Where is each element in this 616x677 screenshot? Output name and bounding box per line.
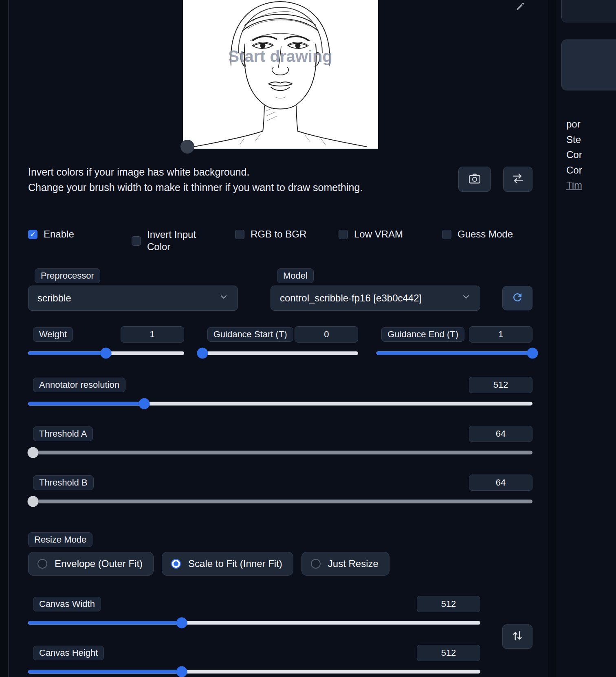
slider-handle[interactable] xyxy=(197,348,208,359)
radio-just-resize[interactable]: Just Resize xyxy=(301,552,389,576)
weight-slider[interactable] xyxy=(28,347,184,359)
guess-mode-checkbox[interactable]: Guess Mode xyxy=(442,229,546,240)
info-line-1: Invert colors if your image has white ba… xyxy=(28,164,363,180)
sidebar-thumbnail-block xyxy=(561,40,616,90)
threshold-b-label: Threshold B xyxy=(33,475,94,490)
resize-mode-group: Resize Mode Envelope (Outer Fit) Scale t… xyxy=(28,532,532,576)
checkbox-box xyxy=(339,230,348,239)
column-gap xyxy=(548,0,556,677)
left-gutter xyxy=(0,0,8,677)
options-checkbox-row: Enable Invert Input Color RGB to BGR Low xyxy=(28,229,532,253)
refresh-icon xyxy=(511,291,524,305)
refresh-models-button[interactable] xyxy=(502,286,532,310)
threshold-a-label: Threshold A xyxy=(33,426,93,441)
enable-checkbox[interactable]: Enable xyxy=(28,229,132,240)
canvas-width-slider[interactable] xyxy=(28,617,480,629)
checkbox-box xyxy=(132,236,141,246)
low-vram-label: Low VRAM xyxy=(354,229,403,240)
resize-mode-options: Envelope (Outer Fit) Scale to Fit (Inner… xyxy=(28,552,532,576)
canvas-height-slider[interactable] xyxy=(28,666,480,677)
sidebar-generation-info: por Ste Cor Cor Tim xyxy=(566,116,616,193)
annotator-resolution-slider[interactable] xyxy=(28,398,532,409)
guess-mode-label: Guess Mode xyxy=(458,229,513,240)
guidance-end-label: Guidance End (T) xyxy=(381,327,464,342)
slider-handle[interactable] xyxy=(28,447,39,458)
guidance-end-input[interactable]: 1 xyxy=(469,326,532,343)
canvas-width-group: Canvas Width 512 xyxy=(28,596,480,629)
edit-pencil-icon[interactable] xyxy=(515,2,525,11)
canvas-height-input[interactable]: 512 xyxy=(417,645,480,661)
slider-handle[interactable] xyxy=(139,398,150,409)
rgb-to-bgr-label: RGB to BGR xyxy=(251,229,306,240)
guidance-end-slider[interactable] xyxy=(376,347,532,359)
preprocessor-value: scribble xyxy=(37,292,71,304)
swap-dimensions-button[interactable] xyxy=(502,624,532,649)
rgb-to-bgr-checkbox[interactable]: RGB to BGR xyxy=(235,229,339,240)
swap-horizontal-icon xyxy=(511,171,525,187)
right-sidebar: por Ste Cor Cor Tim xyxy=(556,0,616,677)
invert-input-color-label: Invert Input Color xyxy=(147,229,204,253)
radio-scale-to-fit-inner-fit[interactable]: Scale to Fit (Inner Fit) xyxy=(162,552,293,576)
webcam-button[interactable] xyxy=(458,167,491,192)
radio-envelope-outer-fit[interactable]: Envelope (Outer Fit) xyxy=(28,552,154,576)
canvas-width-input[interactable]: 512 xyxy=(417,596,480,612)
chevron-down-icon xyxy=(461,292,471,304)
low-vram-checkbox[interactable]: Low VRAM xyxy=(339,229,442,240)
invert-input-color-checkbox[interactable]: Invert Input Color xyxy=(132,229,235,253)
radio-label: Just Resize xyxy=(328,558,378,569)
threshold-b-group: Threshold B 64 xyxy=(28,475,532,507)
slider-handle[interactable] xyxy=(527,348,538,359)
threshold-a-input[interactable]: 64 xyxy=(469,426,532,442)
slider-handle[interactable] xyxy=(28,496,39,507)
dropdown-row: Preprocessor scribble Model control_scri… xyxy=(28,268,532,311)
slider-handle[interactable] xyxy=(101,348,112,359)
weight-label: Weight xyxy=(33,327,73,342)
controlnet-main-column: Start drawing Invert colors if your imag… xyxy=(8,0,548,677)
model-dropdown[interactable]: control_scribble-fp16 [e3b0c442] xyxy=(271,286,480,311)
sidebar-text-line: Cor xyxy=(566,147,616,163)
sidebar-text-line: Cor xyxy=(566,163,616,178)
checkbox-box xyxy=(235,230,244,239)
model-group: Model control_scribble-fp16 [e3b0c442] xyxy=(271,268,480,311)
threshold-b-slider[interactable] xyxy=(28,496,532,507)
weight-group: Weight 1 xyxy=(28,326,184,359)
swap-vertical-icon xyxy=(511,629,524,644)
info-line-2: Change your brush width to make it thinn… xyxy=(28,180,363,195)
guidance-start-group: Guidance Start (T) 0 xyxy=(202,326,359,359)
annotator-resolution-group: Annotator resolution 512 xyxy=(28,377,532,409)
guidance-start-slider[interactable] xyxy=(202,347,359,359)
annotator-resolution-label: Annotator resolution xyxy=(33,378,125,392)
guidance-start-input[interactable]: 0 xyxy=(295,326,358,343)
threshold-b-input[interactable]: 64 xyxy=(469,475,532,491)
controlnet-panel: Start drawing Invert colors if your imag… xyxy=(0,0,616,677)
enable-label: Enable xyxy=(44,229,74,240)
threshold-a-group: Threshold A 64 xyxy=(28,426,532,458)
checkbox-box xyxy=(28,230,37,239)
checkbox-box xyxy=(442,230,451,239)
sidebar-time-link[interactable]: Tim xyxy=(566,178,616,193)
sidebar-text-line: Ste xyxy=(566,132,616,147)
radio-label: Scale to Fit (Inner Fit) xyxy=(188,558,282,569)
preprocessor-label: Preprocessor xyxy=(35,268,100,283)
canvas-height-group: Canvas Height 512 xyxy=(28,645,480,677)
info-row: Invert colors if your image has white ba… xyxy=(28,164,532,195)
annotator-resolution-input[interactable]: 512 xyxy=(469,377,532,393)
canvas-height-label: Canvas Height xyxy=(33,646,104,660)
radio-icon xyxy=(37,559,47,569)
camera-icon xyxy=(468,171,482,187)
image-preview-canvas[interactable]: Start drawing xyxy=(183,0,378,149)
sidebar-panel-fragment xyxy=(561,0,616,22)
slider-handle[interactable] xyxy=(176,618,187,629)
radio-label: Envelope (Outer Fit) xyxy=(55,558,143,569)
slider-handle[interactable] xyxy=(176,666,187,677)
weight-guidance-row: Weight 1 Guidance Start (T) 0 xyxy=(28,326,532,359)
weight-input[interactable]: 1 xyxy=(121,326,184,343)
mirror-image-button[interactable] xyxy=(503,167,532,192)
info-text: Invert colors if your image has white ba… xyxy=(28,164,363,195)
brush-size-handle[interactable] xyxy=(180,140,194,154)
preprocessor-dropdown[interactable]: scribble xyxy=(28,286,238,311)
info-buttons xyxy=(458,167,532,192)
radio-icon xyxy=(311,559,321,569)
canvas-width-label: Canvas Width xyxy=(33,597,101,611)
threshold-a-slider[interactable] xyxy=(28,447,532,458)
